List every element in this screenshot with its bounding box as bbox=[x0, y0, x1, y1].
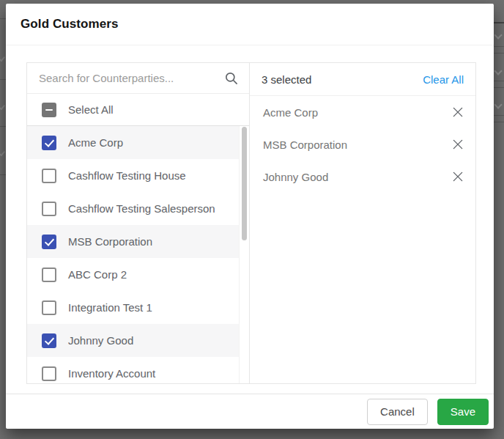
counterparty-label: MSB Corporation bbox=[68, 235, 152, 248]
remove-icon[interactable] bbox=[451, 138, 464, 151]
backdrop-row-divider bbox=[0, 174, 6, 175]
backdrop-right bbox=[494, 0, 504, 439]
checkbox[interactable] bbox=[42, 202, 56, 216]
select-all-row[interactable]: Select All bbox=[27, 94, 249, 126]
counterparty-row[interactable]: Acme Corp bbox=[27, 126, 239, 159]
backdrop-row-divider bbox=[0, 18, 6, 19]
counterparty-row[interactable]: MSB Corporation bbox=[27, 225, 239, 258]
dialog-body: Select All Acme Corp bbox=[6, 46, 494, 394]
selected-item-label: Acme Corp bbox=[263, 106, 318, 119]
counterparty-row[interactable]: Cashflow Testing House bbox=[27, 159, 239, 192]
counterparty-label: ABC Corp 2 bbox=[68, 268, 127, 281]
checkbox[interactable] bbox=[42, 235, 56, 249]
selected-item-label: MSB Corporation bbox=[263, 139, 347, 151]
checkmark-icon bbox=[0, 56, 5, 62]
selected-header: 3 selected Clear All bbox=[250, 63, 475, 96]
gold-customers-dialog: Gold Customers Select All bbox=[6, 4, 494, 429]
select-all-label: Select All bbox=[68, 103, 114, 116]
remove-icon[interactable] bbox=[451, 106, 464, 119]
screen: Gold Customers Select All bbox=[0, 0, 504, 439]
backdrop-row-divider bbox=[0, 79, 6, 80]
selected-item-label: Johnny Good bbox=[263, 171, 328, 183]
selected-item-row: Acme Corp bbox=[250, 96, 475, 128]
selected-item-row: MSB Corporation bbox=[250, 128, 475, 161]
chevron-down-icon bbox=[494, 31, 502, 39]
remove-icon[interactable] bbox=[451, 170, 464, 183]
select-all-checkbox[interactable] bbox=[42, 103, 56, 117]
counterparty-row[interactable]: Johnny Good bbox=[27, 324, 239, 357]
checkbox[interactable] bbox=[42, 333, 56, 348]
search-row bbox=[27, 63, 249, 94]
selected-count: 3 selected bbox=[262, 73, 311, 86]
search-input[interactable] bbox=[39, 72, 218, 84]
counterparty-row[interactable]: Inventory Account bbox=[27, 357, 239, 383]
checkmark-icon bbox=[0, 150, 5, 157]
dialog-footer: Cancel Save bbox=[6, 394, 494, 429]
checkmark-icon bbox=[0, 104, 5, 111]
chevron-down-icon bbox=[494, 67, 502, 75]
scrollbar[interactable] bbox=[239, 126, 249, 383]
checkbox[interactable] bbox=[42, 300, 56, 315]
backdrop-left bbox=[0, 0, 6, 439]
counterparty-row[interactable]: Cashflow Testing Salesperson bbox=[27, 192, 239, 225]
backdrop-row-divider bbox=[494, 122, 504, 122]
backdrop-row-divider bbox=[0, 126, 6, 127]
counterparty-picker-panel: Select All Acme Corp bbox=[26, 62, 250, 384]
scrollbar-thumb[interactable] bbox=[242, 127, 247, 240]
counterparty-label: Cashflow Testing Salesperson bbox=[68, 202, 215, 215]
checkbox[interactable] bbox=[42, 268, 56, 282]
selected-list: Acme Corp MSB Corporation bbox=[250, 96, 475, 193]
checkbox[interactable] bbox=[42, 169, 56, 183]
backdrop-row-divider bbox=[494, 46, 504, 47]
counterparty-row[interactable]: Integration Test 1 bbox=[27, 291, 239, 324]
backdrop-row-divider bbox=[494, 87, 504, 88]
counterparty-list: Acme Corp Cashflow Testing House Cashflo… bbox=[27, 126, 249, 383]
counterparty-row[interactable]: ABC Corp 2 bbox=[27, 258, 239, 291]
dialog-header: Gold Customers bbox=[6, 4, 494, 45]
checkbox[interactable] bbox=[42, 136, 56, 150]
counterparty-label: Acme Corp bbox=[68, 136, 123, 149]
counterparty-label: Inventory Account bbox=[68, 367, 155, 380]
save-button[interactable]: Save bbox=[437, 399, 489, 425]
counterparty-label: Integration Test 1 bbox=[68, 301, 152, 314]
backdrop-row-divider bbox=[494, 115, 504, 116]
checkbox[interactable] bbox=[42, 366, 56, 381]
counterparty-label: Cashflow Testing House bbox=[68, 169, 186, 182]
backdrop-header-divider bbox=[494, 22, 504, 23]
search-icon[interactable] bbox=[224, 71, 239, 86]
dialog-title: Gold Customers bbox=[21, 17, 119, 32]
clear-all-link[interactable]: Clear All bbox=[423, 73, 464, 86]
backdrop-row-divider bbox=[494, 53, 504, 54]
selected-item-row: Johnny Good bbox=[250, 161, 475, 193]
cancel-button[interactable]: Cancel bbox=[367, 399, 428, 425]
counterparty-label: Johnny Good bbox=[68, 334, 133, 347]
selected-panel: 3 selected Clear All Acme Corp bbox=[249, 62, 476, 384]
chevron-down-icon bbox=[494, 100, 502, 108]
backdrop-row-divider bbox=[494, 81, 504, 81]
